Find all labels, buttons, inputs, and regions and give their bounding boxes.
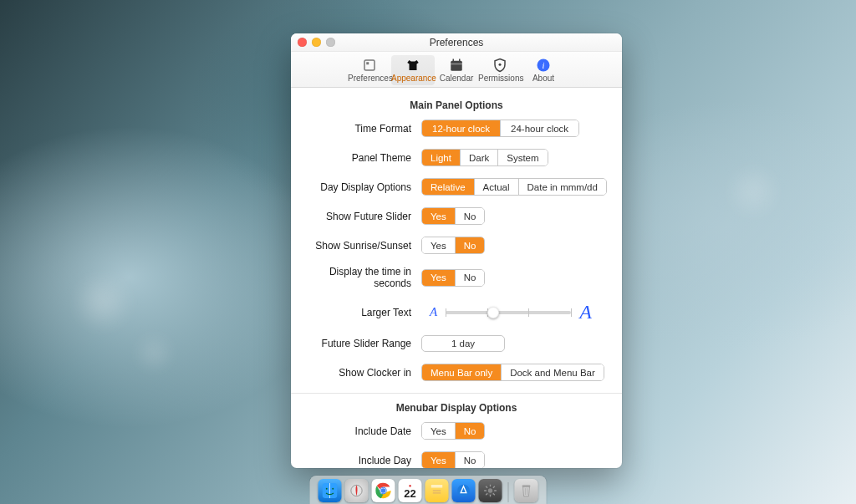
section-title-main: Main Panel Options xyxy=(306,99,607,111)
row-day-display: Day Display Options Relative Actual Date… xyxy=(306,178,607,196)
opt-no[interactable]: No xyxy=(455,208,485,224)
opt-yes[interactable]: Yes xyxy=(422,423,455,439)
section-divider xyxy=(291,393,622,394)
opt-yes[interactable]: Yes xyxy=(422,270,455,286)
opt-menubar-only[interactable]: Menu Bar only xyxy=(422,364,501,380)
svg-rect-1 xyxy=(366,62,369,64)
opt-dock-and-menubar[interactable]: Dock and Menu Bar xyxy=(501,364,604,380)
row-future-range: Future Slider Range 1 day xyxy=(306,335,607,352)
tab-label: Calendar xyxy=(435,74,478,83)
label-panel-theme: Panel Theme xyxy=(306,152,421,164)
svg-rect-31 xyxy=(522,486,530,487)
opt-no[interactable]: No xyxy=(455,237,485,253)
opt-24h[interactable]: 24-hour clock xyxy=(500,120,578,136)
row-time-format: Time Format 12-hour clock 24-hour clock xyxy=(306,120,607,137)
row-show-clocker: Show Clocker in Menu Bar only Dock and M… xyxy=(306,364,607,381)
label-show-clocker: Show Clocker in xyxy=(306,367,421,379)
opt-light[interactable]: Light xyxy=(422,150,460,165)
label-include-day: Include Day xyxy=(306,455,421,466)
label-include-date: Include Date xyxy=(306,425,421,437)
tab-permissions[interactable]: Permissions xyxy=(478,55,522,85)
seg-seconds[interactable]: Yes No xyxy=(421,269,485,287)
small-a-icon: A xyxy=(430,305,437,319)
opt-no[interactable]: No xyxy=(455,423,485,439)
opt-relative[interactable]: Relative xyxy=(422,179,474,195)
window-titlebar[interactable]: Preferences xyxy=(291,33,622,52)
svg-rect-2 xyxy=(451,61,462,71)
tab-calendar[interactable]: Calendar xyxy=(435,55,478,85)
section-title-menubar: Menubar Display Options xyxy=(306,402,607,414)
text-size-slider[interactable] xyxy=(446,311,571,314)
row-include-date: Include Date Yes No xyxy=(306,422,607,440)
opt-datefmt[interactable]: Date in mmm/dd xyxy=(518,179,606,195)
opt-dark[interactable]: Dark xyxy=(460,150,497,165)
dock[interactable]: ● 22 xyxy=(310,476,547,504)
row-sunrise: Show Sunrise/Sunset Yes No xyxy=(306,237,607,254)
dock-calendar[interactable]: ● 22 xyxy=(399,479,422,502)
shield-icon xyxy=(478,57,522,74)
svg-rect-4 xyxy=(453,59,455,63)
svg-point-16 xyxy=(381,488,386,493)
tab-about[interactable]: i About xyxy=(522,55,565,85)
opt-no[interactable]: No xyxy=(455,452,485,468)
dock-trash[interactable] xyxy=(515,479,538,502)
label-seconds: Display the time in seconds xyxy=(306,266,421,289)
opt-yes[interactable]: Yes xyxy=(422,208,455,224)
tab-preferences[interactable]: Preferences xyxy=(348,55,391,85)
dock-separator xyxy=(508,482,509,502)
row-larger-text: Larger Text A A xyxy=(306,301,607,323)
tab-label: Preferences xyxy=(348,74,391,83)
tshirt-icon xyxy=(391,57,435,74)
seg-show-clocker[interactable]: Menu Bar only Dock and Menu Bar xyxy=(421,364,604,381)
opt-yes[interactable]: Yes xyxy=(422,237,455,253)
slider-knob[interactable] xyxy=(487,307,499,318)
dock-chrome[interactable] xyxy=(372,479,395,502)
preferences-window: Preferences Preferences Appearance Calen… xyxy=(291,33,622,468)
desktop-background: Preferences Preferences Appearance Calen… xyxy=(0,0,856,504)
seg-time-format[interactable]: 12-hour clock 24-hour clock xyxy=(421,120,579,137)
opt-no[interactable]: No xyxy=(455,270,485,286)
dock-app-store[interactable] xyxy=(452,479,476,502)
popup-value: 1 day xyxy=(451,339,475,349)
tab-label: About xyxy=(522,74,565,83)
window-title: Preferences xyxy=(430,37,484,48)
opt-12h[interactable]: 12-hour clock xyxy=(422,120,500,136)
label-larger-text: Larger Text xyxy=(306,307,421,318)
opt-system[interactable]: System xyxy=(497,150,547,165)
tab-appearance[interactable]: Appearance xyxy=(391,55,435,85)
close-button[interactable] xyxy=(298,38,307,47)
calendar-day: 22 xyxy=(404,488,415,499)
seg-day-display[interactable]: Relative Actual Date in mmm/dd xyxy=(421,178,607,196)
label-future-range: Future Slider Range xyxy=(306,338,421,349)
dock-notes[interactable] xyxy=(425,479,449,502)
row-panel-theme: Panel Theme Light Dark System xyxy=(306,149,607,166)
svg-line-27 xyxy=(486,486,487,488)
seg-panel-theme[interactable]: Light Dark System xyxy=(421,149,548,166)
opt-yes[interactable]: Yes xyxy=(422,452,455,468)
svg-point-22 xyxy=(488,488,492,492)
svg-point-11 xyxy=(332,488,334,490)
svg-line-29 xyxy=(486,493,487,495)
svg-rect-0 xyxy=(364,60,374,70)
seg-sunrise[interactable]: Yes No xyxy=(421,237,485,254)
opt-actual[interactable]: Actual xyxy=(474,179,518,195)
tab-label: Appearance xyxy=(391,74,435,83)
svg-line-28 xyxy=(493,493,495,495)
label-show-future: Show Future Slider xyxy=(306,211,421,222)
svg-rect-5 xyxy=(459,59,461,63)
label-time-format: Time Format xyxy=(306,123,421,135)
info-icon: i xyxy=(522,57,565,74)
svg-line-30 xyxy=(493,486,495,488)
seg-include-date[interactable]: Yes No xyxy=(421,422,485,440)
preferences-toolbar: Preferences Appearance Calendar Permissi… xyxy=(291,52,622,88)
minimize-button[interactable] xyxy=(312,38,321,47)
seg-show-future[interactable]: Yes No xyxy=(421,207,485,225)
traffic-lights xyxy=(298,38,335,47)
row-show-future: Show Future Slider Yes No xyxy=(306,207,607,225)
dock-finder[interactable] xyxy=(318,479,342,502)
dock-launchpad[interactable] xyxy=(345,479,369,502)
dock-system-preferences[interactable] xyxy=(479,479,502,502)
popup-future-range[interactable]: 1 day xyxy=(421,335,505,352)
zoom-button[interactable] xyxy=(326,38,335,47)
seg-include-day[interactable]: Yes No xyxy=(421,451,485,468)
